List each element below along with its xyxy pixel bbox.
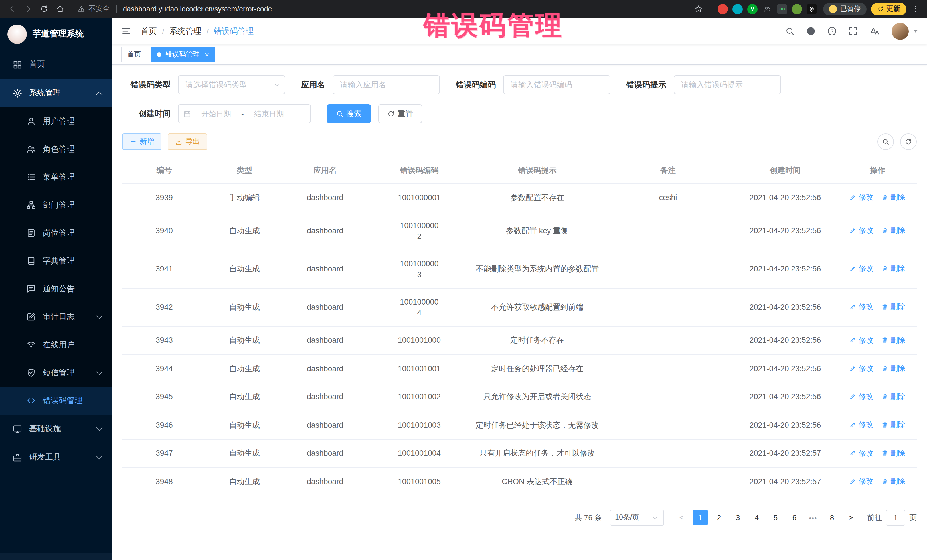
filter-label-app: 应用名 [301,80,325,90]
delete-link[interactable]: 删除 [881,391,905,402]
delete-link[interactable]: 删除 [881,476,905,486]
cell-code: 1001001004 [368,439,471,467]
url-text[interactable]: dashboard.yudao.iocoder.cn/system/error-… [123,5,272,13]
sidebar-item-home[interactable]: 首页 [0,50,112,79]
delete-link[interactable]: 删除 [881,301,905,312]
back-icon[interactable] [5,2,20,16]
page-size-select[interactable]: 10条/页 [610,510,664,525]
edit-link[interactable]: 修改 [849,419,873,430]
extension-red-icon[interactable] [718,4,728,14]
extension-people-icon[interactable] [762,4,772,14]
extension-teal-icon[interactable] [732,4,743,14]
page-button-6[interactable]: 6 [787,510,802,525]
reload-icon[interactable] [36,2,51,16]
sidebar-item-audit-log[interactable]: 审计日志 [0,303,112,331]
sidebar-item-error-code[interactable]: 错误码管理 [0,387,112,414]
add-button[interactable]: 新增 [122,134,161,150]
delete-link[interactable]: 删除 [881,191,905,202]
sidebar-toggle-icon[interactable] [121,26,132,36]
bookmark-star-icon[interactable] [691,2,706,16]
date-range-picker[interactable]: - [178,104,311,123]
goto-page-input[interactable] [886,510,905,525]
sidebar-item-sms[interactable]: 短信管理 [0,359,112,387]
delete-link[interactable]: 删除 [881,419,905,430]
edit-link[interactable]: 修改 [849,334,873,345]
delete-link[interactable]: 删除 [881,448,905,458]
sidebar-item-user[interactable]: 用户管理 [0,107,112,135]
search-button[interactable]: 搜索 [327,104,371,123]
sidebar-item-role[interactable]: 角色管理 [0,135,112,163]
refresh-table-icon[interactable] [900,134,917,150]
github-icon[interactable] [806,26,816,36]
question-icon[interactable] [827,26,837,36]
fullscreen-icon[interactable] [848,26,858,36]
extension-pin-icon[interactable] [807,4,817,14]
user-avatar[interactable] [892,23,918,39]
forward-icon[interactable] [21,2,35,16]
breadcrumb-item[interactable]: 系统管理 [169,26,201,36]
extension-leaf-icon[interactable] [792,4,802,14]
delete-link[interactable]: 删除 [881,334,905,345]
cell-remark [603,439,732,467]
sidebar-item-infra[interactable]: 基础设施 [0,414,112,443]
sidebar-item-label: 审计日志 [43,312,75,322]
next-page-button[interactable]: > [843,510,859,525]
page-button-3[interactable]: 3 [730,510,746,525]
breadcrumb-item[interactable]: 首页 [141,26,157,36]
address-bar[interactable]: 不安全 dashboard.yudao.iocoder.cn/system/er… [72,2,711,16]
delete-link[interactable]: 删除 [881,225,905,236]
sidebar-item-menu[interactable]: 菜单管理 [0,163,112,191]
edit-link[interactable]: 修改 [849,363,873,373]
fontsize-icon[interactable] [869,26,879,36]
code-text: 1001000004 [399,296,439,318]
cell-hint: 参数配置不存在 [471,183,603,212]
edit-link[interactable]: 修改 [849,225,873,236]
toggle-search-icon[interactable] [877,134,894,150]
delete-link[interactable]: 删除 [881,363,905,373]
edit-link[interactable]: 修改 [849,476,873,486]
extension-on-badge-icon[interactable]: on [777,4,787,14]
sidebar-item-notice[interactable]: 通知公告 [0,275,112,303]
error-code-input[interactable] [503,75,610,94]
page-button-8[interactable]: 8 [824,510,840,525]
edit-link[interactable]: 修改 [849,191,873,202]
page-button-4[interactable]: 4 [749,510,764,525]
page-button-2[interactable]: 2 [711,510,727,525]
paused-chip[interactable]: 已暂停 [823,3,866,15]
edit-link[interactable]: 修改 [849,391,873,402]
end-date-input[interactable] [246,109,292,118]
sidebar-item-dict[interactable]: 字典管理 [0,247,112,275]
edit-link[interactable]: 修改 [849,263,873,274]
error-type-input[interactable] [178,75,285,94]
sidebar-item-post[interactable]: 岗位管理 [0,219,112,247]
app-logo-row[interactable]: 芋道管理系统 [0,18,112,50]
sidebar-item-tools[interactable]: 研发工具 [0,443,112,472]
error-type-select[interactable] [178,75,285,94]
chevron-down-icon [273,81,281,89]
close-icon[interactable]: × [205,50,209,58]
sidebar-item-dept[interactable]: 部门管理 [0,191,112,219]
delete-link[interactable]: 删除 [881,263,905,274]
reset-refresh-icon [388,110,395,117]
page-button-1[interactable]: 1 [693,510,708,525]
home-icon[interactable] [53,2,67,16]
app-name-input[interactable] [333,75,440,94]
tab-错误码管理[interactable]: 错误码管理× [150,47,215,62]
start-date-input[interactable] [193,109,239,118]
prev-page-button[interactable]: < [674,510,689,525]
calendar-icon [183,110,191,118]
page-button-5[interactable]: 5 [768,510,783,525]
edit-link[interactable]: 修改 [849,301,873,312]
sidebar-item-online-user[interactable]: 在线用户 [0,331,112,359]
error-hint-input[interactable] [674,75,781,94]
search-icon[interactable] [785,26,795,36]
extension-v-icon[interactable]: V [747,4,758,14]
browser-menu-dots-icon[interactable] [907,2,922,16]
sidebar-item-system[interactable]: 系统管理 [0,79,112,107]
edit-link[interactable]: 修改 [849,448,873,458]
page-ellipsis[interactable]: ••• [805,510,821,525]
tab-首页[interactable]: 首页 [121,47,147,62]
update-button[interactable]: 更新 [871,3,906,15]
export-button[interactable]: 导出 [168,134,207,150]
reset-button[interactable]: 重置 [378,104,422,123]
